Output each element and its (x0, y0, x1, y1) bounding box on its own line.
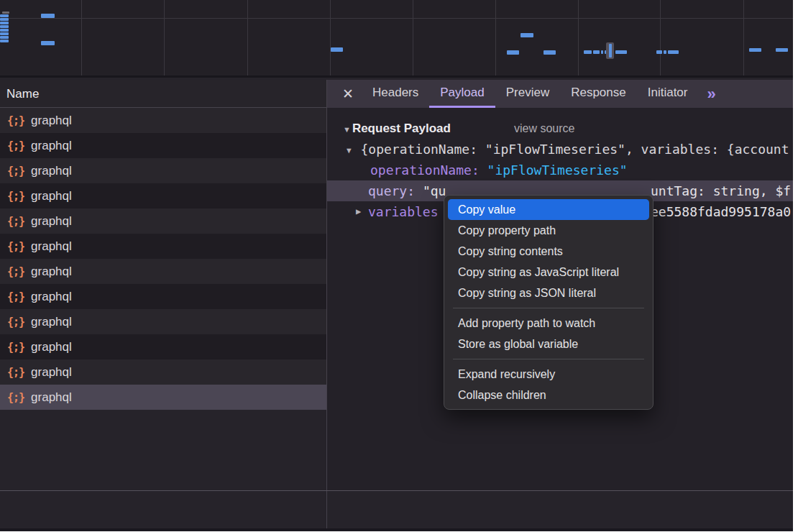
timeline-request-bar (0, 36, 9, 39)
view-source-link[interactable]: view source (514, 119, 574, 139)
menu-item-copy-property-path[interactable]: Copy property path (448, 220, 649, 241)
timeline-request-bar (0, 14, 9, 17)
timeline-request-bar (507, 50, 519, 55)
section-title: Request Payload (352, 121, 451, 135)
request-name-label: graphql (31, 315, 72, 329)
json-braces-icon: {;} (7, 165, 24, 178)
json-braces-icon: {;} (7, 290, 24, 303)
request-name-label: graphql (31, 290, 72, 304)
menu-item-collapse-children[interactable]: Collapse children (448, 385, 649, 405)
menu-item-copy-string-contents[interactable]: Copy string contents (448, 241, 649, 262)
timeline-request-bar (615, 50, 627, 54)
menu-item-copy-string-as-json-literal[interactable]: Copy string as JSON literal (448, 283, 649, 303)
query-value-right-fragment: untTag: string, $f (651, 180, 791, 201)
timeline-request-bar (0, 25, 9, 28)
property-key: variables (368, 201, 439, 222)
request-row[interactable]: {;}graphql (0, 385, 326, 410)
collapse-triangle-icon[interactable]: ▼ (347, 140, 352, 160)
tab-initiator[interactable]: Initiator (637, 80, 699, 108)
menu-item-add-property-path-to-watch[interactable]: Add property path to watch (448, 313, 649, 334)
request-name-label: graphql (31, 164, 72, 178)
timeline-request-bar (41, 41, 55, 45)
timeline-request-bar (0, 29, 9, 32)
devtools-screenshot: Name {;}graphql{;}graphql{;}graphql{;}gr… (0, 0, 798, 532)
operation-name-row[interactable]: operationName: "ipFlowTimeseries" (327, 160, 793, 180)
timeline-gridline (578, 0, 579, 75)
tab-payload[interactable]: Payload (429, 80, 495, 108)
request-name-label: graphql (31, 365, 72, 380)
expand-triangle-icon[interactable]: ▶ (356, 201, 361, 222)
menu-separator (453, 308, 644, 308)
bottom-edge-bar (0, 528, 793, 531)
timeline-request-bar (0, 18, 9, 21)
menu-item-copy-string-as-javascript-literal[interactable]: Copy string as JavaScript literal (448, 262, 649, 283)
request-rows: {;}graphql{;}graphql{;}graphql{;}graphql… (0, 108, 326, 410)
request-row[interactable]: {;}graphql (0, 133, 326, 158)
network-overview-timeline[interactable] (0, 0, 793, 78)
request-row[interactable]: {;}graphql (0, 208, 326, 234)
request-row[interactable]: {;}graphql (0, 108, 326, 133)
timeline-request-bar (0, 40, 9, 42)
more-tabs-icon[interactable]: » (698, 80, 724, 108)
menu-item-store-as-global-variable[interactable]: Store as global variable (448, 334, 649, 354)
timeline-gridline (330, 0, 331, 75)
request-row[interactable]: {;}graphql (0, 158, 326, 183)
json-braces-icon: {;} (7, 240, 24, 253)
json-braces-icon: {;} (7, 391, 24, 404)
request-row[interactable]: {;}graphql (0, 259, 326, 284)
json-braces-icon: {;} (7, 316, 24, 329)
timeline-request-bar (656, 50, 662, 54)
timeline-request-bar (664, 50, 666, 54)
timeline-request-bar (668, 50, 679, 54)
tab-preview[interactable]: Preview (495, 80, 560, 108)
menu-item-expand-recursively[interactable]: Expand recursively (448, 364, 649, 385)
request-row[interactable]: {;}graphql (0, 359, 326, 385)
request-list-panel: Name {;}graphql{;}graphql{;}graphql{;}gr… (0, 80, 326, 490)
property-key: operationName: (370, 162, 480, 178)
footer-divider (0, 490, 793, 491)
timeline-request-bar (584, 50, 592, 54)
close-icon[interactable]: ✕ (334, 80, 362, 108)
timeline-gray-bar (2, 12, 9, 14)
variables-value-right-fragment: ee5588fdad995178a0 (651, 201, 791, 222)
request-name-label: graphql (31, 114, 72, 128)
json-braces-icon: {;} (7, 114, 24, 127)
name-column-header[interactable]: Name (0, 80, 326, 108)
request-row[interactable]: {;}graphql (0, 183, 326, 208)
timeline-request-bar (41, 14, 55, 18)
request-row[interactable]: {;}graphql (0, 334, 326, 359)
context-menu: Copy valueCopy property pathCopy string … (444, 195, 653, 410)
request-name-label: graphql (31, 189, 72, 203)
json-braces-icon: {;} (7, 215, 24, 228)
detail-tabbar: ✕ HeadersPayloadPreviewResponseInitiator… (327, 80, 793, 108)
menu-separator (453, 359, 644, 359)
timeline-gridline (247, 0, 248, 75)
object-preview-text: {operationName: "ipFlowTimeseries", vari… (360, 142, 789, 157)
request-row[interactable]: {;}graphql (0, 284, 326, 309)
tab-response[interactable]: Response (560, 80, 637, 108)
json-braces-icon: {;} (7, 190, 24, 203)
timeline-hover-marker-bar (609, 44, 612, 58)
timeline-request-bar (520, 33, 533, 37)
request-name-label: graphql (31, 214, 72, 229)
timeline-request-bar (544, 50, 556, 55)
timeline-gridline (81, 0, 82, 75)
request-row[interactable]: {;}graphql (0, 234, 326, 259)
request-row[interactable]: {;}graphql (0, 309, 326, 334)
request-name-label: graphql (31, 239, 72, 254)
json-braces-icon: {;} (7, 139, 24, 152)
timeline-request-bar (0, 22, 9, 24)
timeline-request-bar (601, 50, 603, 54)
tab-headers[interactable]: Headers (362, 80, 429, 108)
timeline-request-bar (331, 47, 343, 52)
request-name-label: graphql (31, 139, 72, 153)
payload-root-row[interactable]: ▼ {operationName: "ipFlowTimeseries", va… (327, 139, 793, 160)
json-braces-icon: {;} (7, 366, 24, 379)
request-name-label: graphql (31, 265, 72, 279)
devtools-network-panel: Name {;}graphql{;}graphql{;}graphql{;}gr… (0, 0, 793, 531)
timeline-gridline (495, 0, 496, 75)
property-value: "ipFlowTimeseries" (487, 162, 628, 178)
request-name-label: graphql (31, 390, 72, 405)
menu-item-copy-value[interactable]: Copy value (448, 199, 649, 220)
collapse-triangle-icon[interactable]: ▼ (343, 119, 351, 139)
